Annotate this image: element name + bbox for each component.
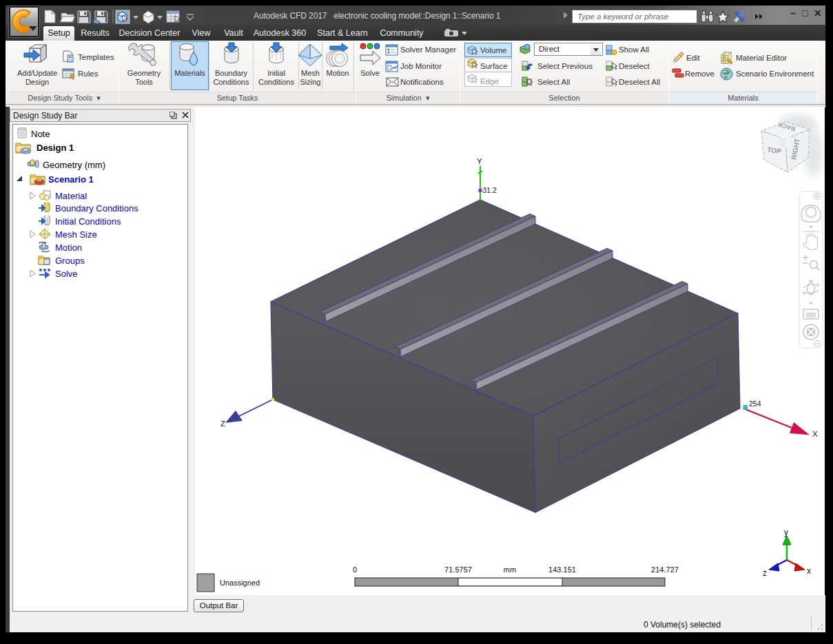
svg-text:31.2: 31.2 [483,186,497,194]
svg-text:Y: Y [477,157,482,165]
svg-text:0: 0 [353,565,357,574]
svg-text:x: x [807,566,811,576]
svg-text:Z: Z [220,419,225,428]
svg-text:214.727: 214.727 [651,565,679,574]
svg-text:254: 254 [749,399,761,408]
svg-text:Unassigned: Unassigned [220,579,260,587]
svg-text:z: z [763,568,767,578]
svg-text:X: X [812,430,818,438]
svg-text:143.151: 143.151 [548,565,576,574]
svg-text:71.5757: 71.5757 [444,565,472,574]
svg-text:y: y [784,528,788,537]
svg-text:mm: mm [504,565,516,574]
